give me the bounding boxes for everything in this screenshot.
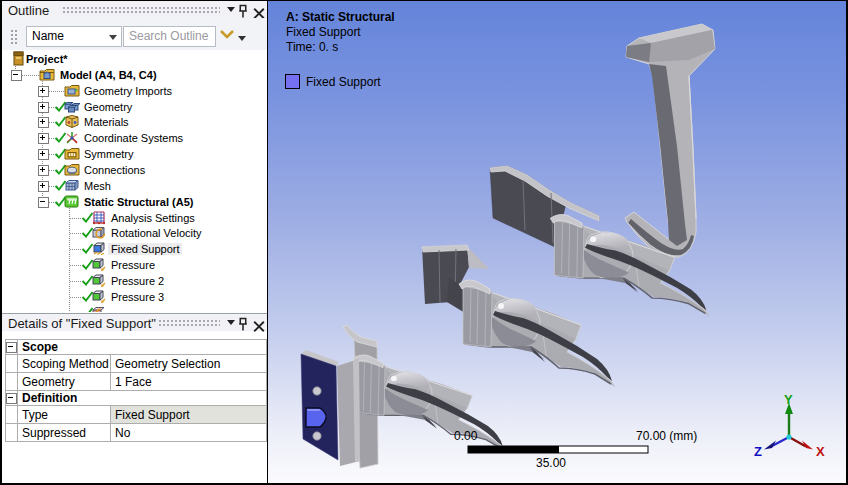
svg-text:35.00: 35.00 [536, 456, 566, 470]
svg-text:Y: Y [784, 392, 793, 407]
svg-text:70.00 (mm): 70.00 (mm) [636, 429, 697, 443]
svg-text:0.00: 0.00 [454, 429, 478, 443]
svg-text:X: X [816, 444, 825, 459]
svg-text:Z: Z [754, 444, 762, 459]
